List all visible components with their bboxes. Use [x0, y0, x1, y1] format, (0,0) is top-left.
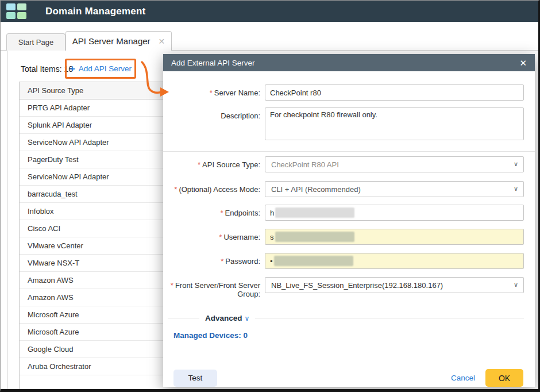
cancel-link[interactable]: Cancel [451, 374, 475, 382]
chevron-down-icon: ∨ [514, 160, 518, 168]
advanced-label: Advanced [205, 314, 242, 322]
api-source-type-cell: Amazon AWS [28, 276, 74, 285]
api-source-type-cell: PRTG API Adapter [28, 103, 90, 112]
api-source-type-cell: Microsoft Azure [28, 310, 79, 319]
chevron-down-icon: ∨ [514, 185, 518, 193]
tab-label: Start Page [18, 38, 53, 47]
api-source-type-cell: ServiceNow API Adapter [28, 172, 109, 181]
advanced-divider-left [168, 318, 199, 318]
required-marker: * [219, 233, 222, 241]
section-divider [163, 151, 535, 152]
tab-start-page[interactable]: Start Page [6, 33, 65, 51]
api-source-type-cell: Infoblox [28, 207, 54, 216]
access-mode-label: *(Optional) Access Mode: [163, 181, 260, 194]
api-source-type-cell: Aruba Orchestrator [28, 362, 91, 371]
api-source-type-label: *API Source Type: [163, 156, 260, 169]
required-marker: * [221, 257, 223, 266]
required-marker: * [198, 160, 200, 169]
page-title: Domain Management [45, 6, 145, 17]
description-textarea[interactable]: For checkpoint R80 firewall only. [265, 107, 524, 140]
advanced-toggle[interactable]: Advanced ∨ [168, 314, 524, 322]
app-grid-icon[interactable] [6, 3, 27, 19]
endpoints-input[interactable] [265, 205, 524, 221]
chevron-down-icon: ∨ [514, 281, 518, 289]
password-label: *Password: [163, 253, 260, 266]
panel-border [7, 50, 8, 392]
add-api-server-button[interactable]: + Add API Server [70, 63, 132, 75]
dialog-body: *Server Name: Description: For checkpoin… [163, 84, 535, 392]
test-button[interactable]: Test [173, 370, 217, 387]
required-marker: * [171, 281, 173, 290]
front-server-select[interactable]: NB_Live_FS_Session_Enterprise(192.168.18… [265, 277, 524, 293]
add-api-server-label: Add API Server [79, 64, 132, 73]
front-server-label: *Front Server/Front Server Group: [163, 277, 260, 298]
chevron-down-icon: ∨ [245, 314, 250, 322]
dialog-footer: Test Cancel OK [173, 369, 523, 387]
api-source-type-cell: Amazon AWS [28, 293, 74, 302]
server-name-input[interactable] [265, 84, 524, 101]
app-header: Domain Management [1, 1, 538, 22]
selected-value: NB_Live_FS_Session_Enterprise(192.168.18… [271, 281, 443, 290]
plus-icon: + [70, 63, 75, 75]
tab-label: API Server Manager [72, 36, 151, 46]
access-mode-select[interactable]: CLI + API (Recommended) ∨ [265, 181, 524, 197]
advanced-divider-right [255, 318, 524, 318]
server-name-label: *Server Name: [163, 84, 260, 97]
api-source-type-cell: barracuda_test [28, 190, 78, 198]
tab-close-icon[interactable]: ✕ [159, 37, 165, 45]
username-input[interactable] [265, 229, 524, 245]
endpoints-label: *Endpoints: [163, 205, 260, 217]
ok-button[interactable]: OK [485, 369, 523, 387]
api-source-type-cell: VMware vCenter [28, 241, 83, 250]
dialog-title: Add External API Server [171, 59, 255, 67]
api-source-type-cell: Cisco ACI [28, 224, 60, 233]
selected-value: CLI + API (Recommended) [271, 185, 361, 194]
tab-api-server-manager[interactable]: API Server Manager ✕ [65, 31, 172, 51]
api-source-type-cell: Splunk API Adapter [28, 121, 92, 129]
required-marker: * [210, 89, 213, 97]
description-label: Description: [163, 107, 260, 120]
dialog-close-icon[interactable]: ✕ [519, 59, 527, 67]
password-input[interactable] [265, 253, 524, 269]
api-source-type-cell: ServiceNow API Adapter [28, 138, 109, 147]
managed-devices-label: Managed Devices: 0 [173, 331, 535, 340]
annotation-highlight-box: + Add API Server [65, 59, 136, 79]
api-source-type-cell: PagerDuty Test [28, 155, 79, 164]
selected-value: CheckPoint R80 API [271, 160, 339, 169]
required-marker: * [221, 209, 223, 217]
api-source-type-cell: VMware NSX-T [28, 259, 79, 267]
required-marker: * [174, 185, 177, 194]
username-label: *Username: [163, 229, 260, 241]
api-source-type-cell: Google Cloud [28, 345, 74, 353]
api-source-type-cell: Microsoft Azure [28, 328, 79, 336]
api-source-type-select[interactable]: CheckPoint R80 API ∨ [265, 156, 524, 172]
add-external-api-server-dialog: Add External API Server ✕ *Server Name: … [163, 54, 535, 387]
app-window: Domain Management Start Page API Server … [0, 0, 540, 392]
dialog-header: Add External API Server ✕ [163, 54, 535, 71]
